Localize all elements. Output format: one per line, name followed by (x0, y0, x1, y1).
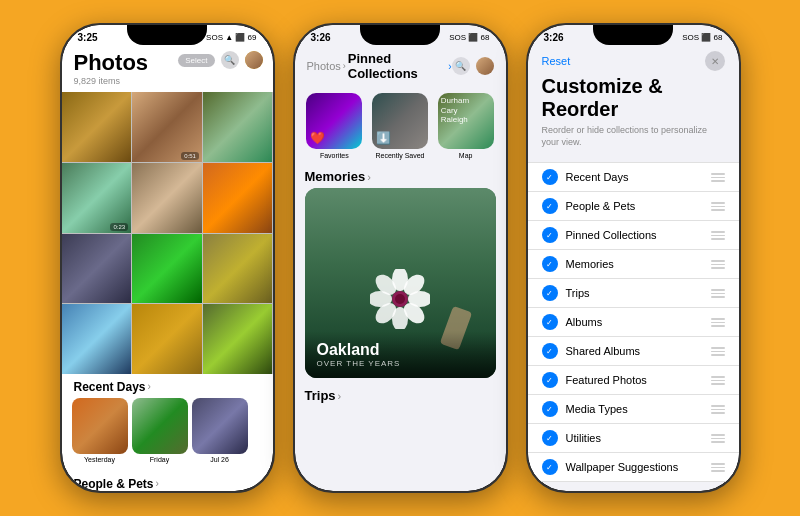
trips-chevron: › (338, 390, 342, 402)
drag-handle[interactable] (711, 260, 725, 269)
time-1: 3:25 (78, 32, 98, 43)
drag-handle[interactable] (711, 173, 725, 182)
memories-title: Memories (305, 169, 366, 184)
check-icon: ✓ (542, 198, 558, 214)
photo-cell[interactable] (203, 92, 273, 162)
pinned-grid: ❤️ Favorites ⬇️ Recently Saved DurhamCar… (295, 87, 506, 165)
drag-handle[interactable] (711, 347, 725, 356)
drag-handle[interactable] (711, 231, 725, 240)
map-thumb: DurhamCaryRaleigh (438, 93, 494, 149)
pinned-title-row: Photos › Pinned Collections › 🔍 (307, 51, 494, 81)
customize-list-item[interactable]: ✓ Shared Albums (528, 337, 739, 366)
photos-nav-label[interactable]: Photos (307, 60, 341, 72)
select-button[interactable]: Select (178, 54, 214, 67)
customize-list-item[interactable]: ✓ Trips (528, 279, 739, 308)
notch-2 (360, 25, 440, 45)
photo-cell[interactable]: 0:51 (132, 92, 202, 162)
status-icons-2: SOS ⬛ 68 (449, 33, 489, 42)
photo-cell[interactable] (132, 304, 202, 374)
people-pets-header[interactable]: People & Pets › (62, 471, 273, 491)
item-label: Memories (566, 258, 703, 270)
recent-days-chevron: › (148, 381, 151, 392)
phone2-screen: 3:26 SOS ⬛ 68 Photos › Pinned Collection… (295, 25, 506, 491)
customize-list-item[interactable]: ✓ Albums (528, 308, 739, 337)
photo-cell[interactable] (203, 234, 273, 304)
phone-2: 3:26 SOS ⬛ 68 Photos › Pinned Collection… (293, 23, 508, 493)
check-icon: ✓ (542, 343, 558, 359)
thumb-item[interactable]: Jul 26 (192, 398, 248, 463)
pinned-title-group: Photos › Pinned Collections › (307, 51, 452, 81)
notch-3 (593, 25, 673, 45)
thumb-image (72, 398, 128, 454)
drag-handle[interactable] (711, 202, 725, 211)
item-label: Albums (566, 316, 703, 328)
customize-list-item[interactable]: ✓ Memories (528, 250, 739, 279)
photo-grid: 0:51 0:23 (62, 92, 273, 374)
thumb-label: Friday (150, 456, 169, 463)
pinned-item-favorites[interactable]: ❤️ Favorites (305, 93, 365, 159)
memories-big-image[interactable]: Oakland OVER THE YEARS (305, 188, 496, 378)
people-pets-title: People & Pets (74, 477, 154, 491)
search-icon[interactable]: 🔍 (221, 51, 239, 69)
photo-cell[interactable] (203, 163, 273, 233)
phone2-header-icons: 🔍 (452, 57, 494, 75)
drag-handle[interactable] (711, 463, 725, 472)
notch (127, 25, 207, 45)
drag-handle[interactable] (711, 405, 725, 414)
customize-list-item[interactable]: ✓ Utilities (528, 424, 739, 453)
customize-list-item[interactable]: ✓ Pinned Collections (528, 221, 739, 250)
recent-days-header[interactable]: Recent Days › (62, 374, 273, 398)
photo-cell[interactable] (62, 304, 132, 374)
pinned-item-recently-saved[interactable]: ⬇️ Recently Saved (370, 93, 430, 159)
customize-list-item[interactable]: ✓ Wallpaper Suggestions (528, 453, 739, 482)
reset-button[interactable]: Reset (542, 55, 571, 67)
thumb-item[interactable]: Yesterday (72, 398, 128, 463)
photo-cell[interactable] (62, 234, 132, 304)
memories-title-row[interactable]: Memories › (305, 169, 496, 184)
check-icon: ✓ (542, 169, 558, 185)
drag-handle[interactable] (711, 318, 725, 327)
drag-handle[interactable] (711, 376, 725, 385)
phone-1: 3:25 SOS ▲ ⬛ 69 Photos 9,829 items Selec… (60, 23, 275, 493)
customize-list-item[interactable]: ✓ Recent Days (528, 162, 739, 192)
search-icon-2[interactable]: 🔍 (452, 57, 470, 75)
thumb-item[interactable]: Friday (132, 398, 188, 463)
photo-cell[interactable] (62, 92, 132, 162)
customize-list: ✓ Recent Days ✓ People & Pets ✓ Pinned C… (528, 162, 739, 482)
check-icon: ✓ (542, 227, 558, 243)
pinned-collections-title: Pinned Collections (348, 51, 446, 81)
item-label: Wallpaper Suggestions (566, 461, 703, 473)
trips-title: Trips (305, 388, 336, 403)
customize-title: Customize &Reorder (542, 75, 725, 121)
status-icons-1: SOS ▲ ⬛ 69 (206, 33, 256, 42)
check-icon: ✓ (542, 459, 558, 475)
map-label: Map (459, 152, 473, 159)
photo-cell[interactable] (132, 163, 202, 233)
photo-cell[interactable] (132, 234, 202, 304)
svg-point-9 (395, 294, 405, 304)
photo-cell[interactable] (203, 304, 273, 374)
drag-handle[interactable] (711, 289, 725, 298)
status-icons-3: SOS ⬛ 68 (682, 33, 722, 42)
phone1-screen: 3:25 SOS ▲ ⬛ 69 Photos 9,829 items Selec… (62, 25, 273, 491)
memories-chevron: › (367, 171, 371, 183)
pinned-item-map[interactable]: DurhamCaryRaleigh Map (436, 93, 496, 159)
item-label: Media Types (566, 403, 703, 415)
phone-3: 3:26 SOS ⬛ 68 Reset ✕ Customize &Reorder… (526, 23, 741, 493)
drag-handle[interactable] (711, 434, 725, 443)
duration-badge: 0:23 (110, 223, 128, 231)
customize-list-item[interactable]: ✓ Media Types (528, 395, 739, 424)
favorites-label: Favorites (320, 152, 349, 159)
time-3: 3:26 (544, 32, 564, 43)
check-icon: ✓ (542, 372, 558, 388)
customize-list-item[interactable]: ✓ Featured Photos (528, 366, 739, 395)
profile-icon[interactable] (245, 51, 263, 69)
item-label: People & Pets (566, 200, 703, 212)
check-icon: ✓ (542, 285, 558, 301)
photo-cell[interactable]: 0:23 (62, 163, 132, 233)
profile-icon-2[interactable] (476, 57, 494, 75)
time-2: 3:26 (311, 32, 331, 43)
customize-list-item[interactable]: ✓ People & Pets (528, 192, 739, 221)
close-button[interactable]: ✕ (705, 51, 725, 71)
trips-row[interactable]: Trips › (295, 382, 506, 407)
